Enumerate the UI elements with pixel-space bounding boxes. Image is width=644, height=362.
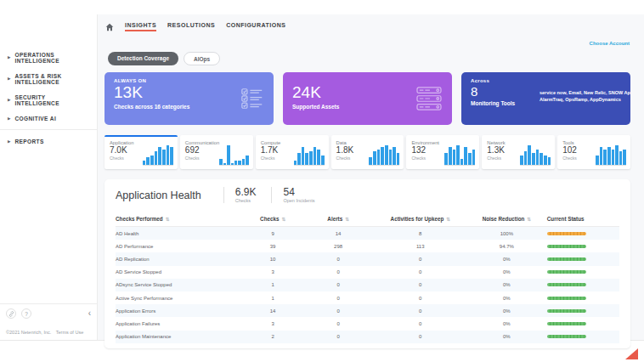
sort-icon[interactable]: ⇅ <box>527 217 531 222</box>
choose-account-link[interactable]: Choose Account <box>590 41 630 46</box>
aiops-button[interactable]: AIOps <box>184 52 220 65</box>
always-on-checks-card[interactable]: ALWAYS ON 13K Checks across 16 categorie… <box>105 72 274 125</box>
checks-value: 2 <box>244 334 302 339</box>
table-row[interactable]: Application Errors14000% <box>116 304 619 317</box>
column-header-alerts: Alerts⇅ <box>302 216 375 222</box>
table-row[interactable]: Application Failures3000% <box>116 317 619 330</box>
account-row: Choose Account <box>98 31 644 48</box>
category-tile-communication[interactable]: Communication692Checks <box>180 135 253 169</box>
bar <box>389 150 393 165</box>
tile-unit: Checks <box>185 156 219 161</box>
tile-info: Network1.3KChecks <box>487 140 505 167</box>
category-tile-compute[interactable]: Compute1.7KChecks <box>256 135 329 169</box>
category-tile-environment[interactable]: Environment132Checks <box>406 135 479 169</box>
check-name: AD Performance <box>116 244 244 249</box>
tile-value: 692 <box>185 145 219 156</box>
tile-bar-chart <box>369 144 399 166</box>
home-icon[interactable] <box>105 23 114 31</box>
tile-info: Environment132Checks <box>411 140 439 167</box>
nav-item-resolutions[interactable]: RESOLUTIONS <box>167 22 215 31</box>
table-row[interactable]: Active Sync Performance1000% <box>116 291 619 304</box>
bar <box>603 150 607 165</box>
content: Detection Coverage AIOps ALWAYS ON 13K C… <box>98 48 644 348</box>
category-tile-application[interactable]: Application7.0KChecks <box>105 135 178 169</box>
noise-reduction-value: 0% <box>466 308 547 314</box>
sort-icon[interactable]: ⇅ <box>282 217 286 222</box>
status-cell <box>547 245 619 248</box>
sidebar: ▶OPERATIONS INTELLIGENCE▶ASSETS & RISK I… <box>0 14 98 340</box>
sort-icon[interactable]: ⇅ <box>345 217 349 222</box>
checks-value: 1 <box>244 282 302 287</box>
sort-icon[interactable]: ⇅ <box>166 217 170 222</box>
card-eyebrow: Across <box>471 78 621 83</box>
health-header: Application Health 6.9K Checks 54 Open I… <box>116 187 619 203</box>
alerts-value: 0 <box>302 308 375 314</box>
tile-bar-chart <box>294 144 325 166</box>
bar <box>294 161 297 165</box>
table-row[interactable]: AD Replication10000% <box>116 252 619 265</box>
sidebar-divider <box>0 129 97 130</box>
bar <box>373 151 376 165</box>
sort-icon[interactable]: ⇅ <box>446 217 450 222</box>
bar <box>155 151 158 165</box>
bar <box>167 145 170 165</box>
bar <box>369 157 372 165</box>
sidebar-item-security-intelligence[interactable]: ▶SECURITY INTELLIGENCE <box>0 89 97 110</box>
check-name: ADsync Service Stopped <box>116 282 244 287</box>
bar <box>539 153 543 165</box>
category-tile-tools[interactable]: Tools102Checks <box>557 135 630 169</box>
sidebar-item-operations-intelligence[interactable]: ▶OPERATIONS INTELLIGENCE <box>0 47 97 68</box>
table-row[interactable]: ADsync Service Stopped1000% <box>116 279 619 291</box>
column-header-checks-performed: Checks Performed⇅ <box>116 216 244 222</box>
sidebar-item-cognitive-ai[interactable]: ▶COGNITIVE AI <box>0 110 97 126</box>
detection-coverage-button[interactable]: Detection Coverage <box>108 52 178 65</box>
monitoring-tools-card[interactable]: Across 8 Monitoring Tools service now, E… <box>461 72 630 125</box>
tile-info: Communication692Checks <box>185 140 219 167</box>
tile-unit: Checks <box>487 156 505 161</box>
table-row[interactable]: Application Maintenance2000% <box>116 331 619 343</box>
column-label: Current Status <box>547 216 585 222</box>
link-icon[interactable] <box>6 308 16 319</box>
category-tile-network[interactable]: Network1.3KChecks <box>482 135 555 169</box>
check-name: AD Health <box>116 231 244 236</box>
supported-assets-card[interactable]: 24K Supported Assets <box>283 72 452 125</box>
status-cell <box>547 232 619 235</box>
nav-item-insights[interactable]: INSIGHTS <box>125 22 156 31</box>
checklist-icon <box>241 88 263 110</box>
table-row[interactable]: AD Performance3929811394.7% <box>116 240 619 252</box>
copyright: ©2021 Netenrich, Inc. Terms of Use <box>6 330 83 335</box>
help-icon[interactable]: ? <box>21 308 31 319</box>
sidebar-item-assets-risk-intelligence[interactable]: ▶ASSETS & RISK INTELLIGENCE <box>0 68 97 89</box>
table-header: Checks Performed⇅Checks⇅Alerts⇅Activitie… <box>116 212 619 227</box>
bar <box>377 150 381 165</box>
tile-bar-chart <box>596 144 626 166</box>
nav-menu: INSIGHTSRESOLUTIONSCONFIGURATIONS <box>125 22 285 31</box>
bar <box>456 145 460 165</box>
bar <box>246 156 248 166</box>
bar <box>297 153 301 165</box>
bar <box>234 161 237 165</box>
tile-value: 1.8K <box>336 145 354 156</box>
table-row[interactable]: AD Service Stopped3000% <box>116 266 619 279</box>
status-bar <box>547 297 586 300</box>
bar <box>464 147 467 165</box>
category-tile-data[interactable]: Data1.8KChecks <box>331 135 404 169</box>
alerts-value: 0 <box>302 321 375 326</box>
nav-item-configurations[interactable]: CONFIGURATIONS <box>226 22 285 31</box>
noise-reduction-value: 0% <box>466 257 547 262</box>
check-name: Active Sync Performance <box>116 296 244 301</box>
table-row[interactable]: AD Health9148100% <box>116 227 619 240</box>
open-incidents-stat: 54 Open Incidents <box>271 187 330 203</box>
terms-of-use-link[interactable]: Terms of Use <box>56 330 83 335</box>
table-body: AD Health9148100%AD Performance392981139… <box>116 227 619 343</box>
noise-reduction-value: 0% <box>466 334 547 339</box>
noise-reduction-value: 100% <box>466 231 547 236</box>
bar <box>146 157 150 165</box>
tile-info: Tools102Checks <box>562 140 577 167</box>
sidebar-item-reports[interactable]: ▶REPORTS <box>0 133 97 149</box>
collapse-sidebar-icon[interactable]: ‹ <box>88 309 91 318</box>
main-area: INSIGHTSRESOLUTIONSCONFIGURATIONS Choose… <box>98 14 644 340</box>
bar <box>524 151 528 165</box>
bar <box>468 153 472 165</box>
tile-value: 132 <box>411 145 439 156</box>
